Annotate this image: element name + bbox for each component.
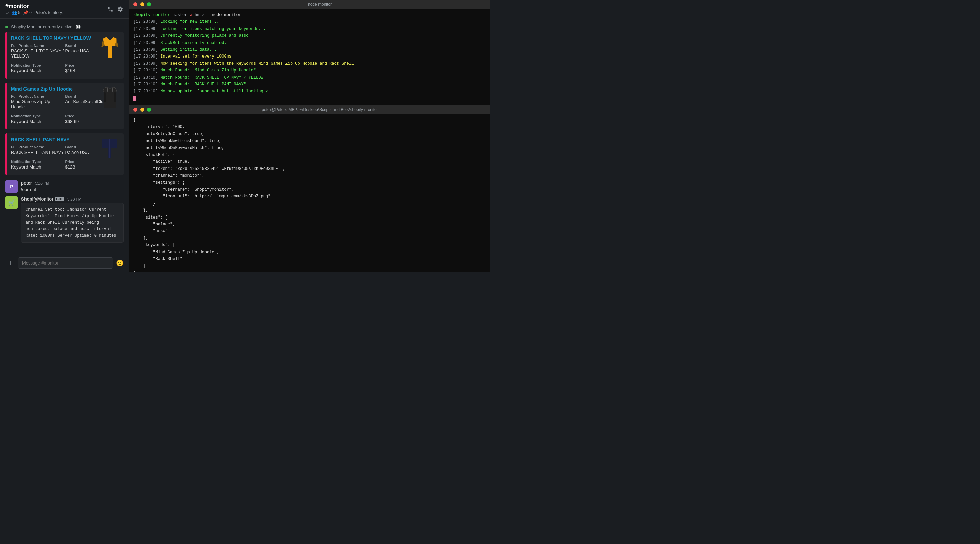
pins-count: 📌 0 [23,10,32,15]
message-time-0: 5:23 PM [35,181,49,185]
message-content-0: peter 5:23 PM !current [21,180,124,193]
bot-response-box: Channel Set too: #monitor Current Keywor… [21,203,124,243]
full-name-value-2: RACK SHELL PANT NAVY [11,150,65,155]
full-name-group-2: Full Product Name RACK SHELL PANT NAVY [11,145,65,155]
emoji-button[interactable]: 🙂 [116,259,124,267]
minimize-dot[interactable] [140,2,144,6]
svg-rect-4 [104,92,106,102]
top-terminal-line-9: [17:23:10] Match Found: "RACK SHELL PANT… [134,81,486,88]
status-text: Shopify Monitor currently active [11,24,73,29]
notif-type-group-2: Notification Type Keyword Match [11,160,65,169]
notif-type-value-0: Keyword Match [11,68,65,73]
top-terminal-line-0: [17:23:09] Looking for new items... [134,18,486,25]
product-image-1 [100,86,120,110]
channel-header: #monitor ☆ 👥 5 📌 0 Peter's territory. [0,0,129,19]
chat-messages-container: P peter 5:23 PM !current 🛒 ShopifyMonito… [0,179,129,244]
header-actions [107,6,124,12]
avatar-1: 🛒 [5,196,18,209]
status-dot [5,26,8,28]
notif-type-group-0: Notification Type Keyword Match [11,63,65,73]
phone-icon[interactable] [107,6,113,12]
avatar-0: P [5,180,18,193]
full-name-label-2: Full Product Name [11,145,65,149]
terminal-side: node monitor shopify-monitor master ✗ 5m… [129,0,490,272]
notif-type-group-1: Notification Type Keyword Match [11,114,65,124]
top-terminal-titlebar: node monitor [129,0,490,9]
product-card-2: RACK SHELL PANT NAVY Full Product Name R… [5,134,124,175]
top-terminal-line-1: [17:23:09] Looking for items matching yo… [134,26,486,32]
message-author-1: ShopifyMonitor [21,196,53,201]
notif-type-label-0: Notification Type [11,63,65,67]
top-terminal-line-3: [17:23:09] SlackBot currently enabled. [134,40,486,46]
bottom-terminal-title: peter@Peters-MBP: ~/Desktop/Scripts and … [154,107,486,112]
maximize-dot[interactable] [147,2,151,6]
settings-icon[interactable] [118,6,124,12]
svg-rect-5 [114,92,116,102]
top-terminal-line-4: [17:23:09] Getting initial data... [134,46,486,53]
bottom-terminal-json: { "interval": 1000, "autoRetryOnCrash": … [134,117,486,272]
svg-marker-0 [103,37,117,57]
price-group-1: Price $68.69 [65,114,120,124]
message-time-1: 5:23 PM [67,197,81,201]
price-value-2: $128 [65,164,120,169]
price-group-0: Price $168 [65,63,120,73]
product-image-2 [100,137,120,161]
price-label-1: Price [65,114,120,118]
product-card-0: RACK SHELL TOP NAVY / YELLOW Full Produc… [5,32,124,79]
chat-message-1: 🛒 ShopifyMonitorBOT 5:23 PM Channel Set … [0,195,129,244]
top-terminal-prompt: shopify-monitor master ✗ 5m △ → node mon… [134,11,486,18]
top-terminal: node monitor shopify-monitor master ✗ 5m… [129,0,490,105]
full-name-label-1: Full Product Name [11,94,65,98]
close-dot[interactable] [134,2,137,6]
top-terminal-title: node monitor [154,2,486,7]
full-name-group-0: Full Product Name RACK SHELL TOP NAVY / … [11,43,65,59]
full-name-label-0: Full Product Name [11,43,65,48]
star-icon[interactable]: ☆ [5,10,9,15]
status-emoji: 👀 [75,24,81,29]
members-count: 👥 5 [12,10,21,15]
top-terminal-line-8: [17:23:10] Match Found: "RACK SHELL TOP … [134,74,486,81]
message-text-0: !current [21,186,124,193]
minimize-dot-2[interactable] [140,108,144,112]
notif-type-label-2: Notification Type [11,160,65,164]
bottom-terminal-body[interactable]: { "interval": 1000, "autoRetryOnCrash": … [129,114,490,272]
message-input[interactable] [18,257,113,269]
product-cards-container: RACK SHELL TOP NAVY / YELLOW Full Produc… [0,32,129,175]
bot-status-bar: Shopify Monitor currently active 👀 [0,23,129,32]
add-attachment-button[interactable]: + [5,258,15,268]
bottom-terminal-titlebar: peter@Peters-MBP: ~/Desktop/Scripts and … [129,105,490,114]
price-label-0: Price [65,63,120,67]
channel-title: #monitor [5,3,107,10]
chat-message-0: P peter 5:23 PM !current [0,179,129,195]
notif-type-value-2: Keyword Match [11,164,65,169]
full-name-group-1: Full Product Name Mind Games Zip Up Hood… [11,94,65,109]
bot-badge: BOT [55,197,64,201]
close-dot-2[interactable] [134,108,137,112]
top-terminal-cursor-line [134,95,486,102]
channel-description: Peter's territory. [34,10,63,15]
top-terminal-line-2: [17:23:09] Currently monitoring palace a… [134,32,486,39]
price-value-0: $168 [65,68,120,73]
product-card-1: Mind Games Zip Up Hoodie Full Product Na… [5,83,124,129]
top-terminal-line-10: [17:23:10] No new updates found yet but … [134,88,486,95]
price-group-2: Price $128 [65,160,120,169]
terminal-cursor [134,96,136,101]
message-input-area: + 🙂 [0,254,129,272]
slack-panel: #monitor ☆ 👥 5 📌 0 Peter's territory. Sh… [0,0,129,272]
message-content-1: ShopifyMonitorBOT 5:23 PM Channel Set to… [21,196,124,243]
top-terminal-line-7: [17:23:10] Match Found: "Mind Games Zip … [134,67,486,74]
product-image-0 [100,35,120,59]
full-name-value-0: RACK SHELL TOP NAVY / YELLOW [11,48,65,59]
notif-type-value-1: Keyword Match [11,119,65,124]
message-author-0: peter [21,180,32,185]
notif-type-label-1: Notification Type [11,114,65,118]
maximize-dot-2[interactable] [147,108,151,112]
full-name-value-1: Mind Games Zip Up Hoodie [11,99,65,109]
channel-meta: ☆ 👥 5 📌 0 Peter's territory. [5,10,107,15]
top-terminal-line-6: [17:23:09] Now seeking for items with th… [134,60,486,67]
top-terminal-line-5: [17:23:09] Interval set for every 1000ms [134,53,486,60]
messages-area[interactable]: Shopify Monitor currently active 👀 RACK … [0,19,129,254]
bottom-terminal: peter@Peters-MBP: ~/Desktop/Scripts and … [129,105,490,272]
top-terminal-body[interactable]: shopify-monitor master ✗ 5m △ → node mon… [129,9,490,105]
price-value-1: $68.69 [65,119,120,124]
